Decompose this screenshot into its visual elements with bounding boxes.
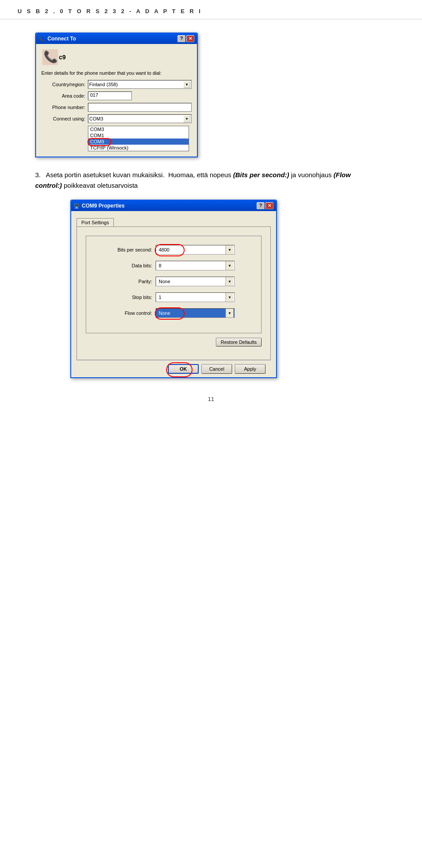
data-bits-value: 8	[157, 263, 163, 268]
tab-label: Port Settings	[81, 220, 109, 225]
parity-arrow[interactable]: ▼	[226, 277, 233, 286]
port-settings-inner: Bits per second: 4800 ▼ Data bits:	[86, 236, 262, 333]
phone-label: Phone number:	[41, 105, 85, 110]
bits-per-second-value: 4800	[157, 247, 171, 252]
country-label: Country/region:	[41, 82, 85, 87]
data-bits-select[interactable]: 8 ▼	[156, 261, 235, 270]
step-text2: Huomaa, että nopeus	[168, 171, 231, 179]
apply-button[interactable]: Apply	[235, 364, 266, 374]
area-label: Area code:	[41, 93, 85, 98]
dropdown-com1[interactable]: COM1	[88, 132, 189, 139]
com9-dialog: 🖥️ COM9 Properties ? ✕ Port Settings	[70, 200, 277, 378]
step-number: 3.	[35, 171, 41, 179]
bits-per-second-select[interactable]: 4800 ▼	[156, 245, 235, 255]
page-header: U S B 2 . 0 T O R S 2 3 2 - A D A P T E …	[0, 0, 422, 19]
stop-bits-select[interactable]: 1 ▼	[156, 292, 235, 302]
ok-label: OK	[180, 366, 187, 372]
connect-to-dialog: 📞 Connect To ? ✕ 📞 c9	[35, 33, 198, 157]
svg-text:📞: 📞	[44, 50, 58, 64]
com9-help-button[interactable]: ?	[257, 202, 265, 209]
dialog-buttons: OK Cancel Apply	[76, 360, 271, 377]
com9-close-button[interactable]: ✕	[266, 202, 273, 209]
connect-to-title: Connect To	[47, 36, 76, 42]
ok-button[interactable]: OK	[168, 364, 199, 374]
com9-titlebar: 🖥️ COM9 Properties ? ✕	[71, 201, 276, 211]
connect-using-label: Connect using:	[41, 116, 85, 121]
close-button[interactable]: ✕	[186, 35, 194, 42]
cancel-button[interactable]: Cancel	[201, 364, 232, 374]
step-text3: ja vuonohjaus	[291, 171, 332, 179]
parity-select[interactable]: None ▼	[156, 277, 235, 286]
flow-control-value: None	[157, 310, 172, 316]
phone-input[interactable]	[88, 103, 192, 112]
com9-title: COM9 Properties	[82, 203, 124, 209]
restore-defaults-button[interactable]: Restore Defaults	[216, 338, 262, 346]
country-value: Finland (358)	[89, 82, 118, 87]
area-value: 017	[90, 92, 98, 98]
header-title: U S B 2 . 0 T O R S 2 3 2 - A D A P T E …	[18, 8, 202, 15]
step-text1: Aseta portin asetukset kuvan mukaisiksi.	[46, 171, 164, 179]
dropdown-com3[interactable]: COM3	[88, 126, 189, 132]
apply-label: Apply	[244, 366, 256, 372]
page-footer: 11	[0, 396, 422, 411]
phone-icon: 📞	[41, 48, 59, 66]
data-bits-arrow[interactable]: ▼	[226, 261, 233, 270]
connect-using-value: COM3	[89, 116, 103, 121]
bits-per-second-arrow[interactable]: ▼	[226, 245, 233, 254]
stop-bits-value: 1	[157, 295, 163, 300]
data-bits-label: Data bits:	[99, 263, 152, 268]
step-3-text: 3. Aseta portin asetukset kuvan mukaisik…	[35, 170, 387, 191]
area-input[interactable]: 017	[88, 91, 132, 100]
connect-instruction: Enter details for the phone number that …	[41, 70, 192, 76]
parity-value: None	[157, 279, 172, 284]
tab-panel: Bits per second: 4800 ▼ Data bits:	[76, 226, 271, 360]
stop-bits-label: Stop bits:	[99, 295, 152, 300]
parity-label: Parity:	[99, 279, 152, 284]
flow-control-select[interactable]: None ▼	[156, 308, 235, 318]
stop-bits-arrow[interactable]: ▼	[226, 293, 233, 302]
step-bold1: (Bits per second:)	[233, 171, 289, 179]
connect-using-arrow[interactable]: ▼	[183, 115, 190, 122]
connection-name: c9	[59, 54, 66, 61]
connect-using-select[interactable]: COM3 ▼	[88, 114, 192, 123]
port-settings-tab[interactable]: Port Settings	[76, 218, 114, 226]
flow-control-arrow[interactable]: ▼	[226, 309, 233, 317]
step-text4: poikkeavat oletusarvoista	[64, 182, 138, 189]
flow-control-label: Flow control:	[99, 310, 152, 316]
connect-to-titlebar: 📞 Connect To ? ✕	[36, 33, 197, 44]
cancel-label: Cancel	[209, 366, 224, 372]
country-arrow[interactable]: ▼	[183, 81, 190, 88]
bits-per-second-label: Bits per second:	[99, 247, 152, 252]
help-button[interactable]: ?	[178, 35, 186, 42]
country-select[interactable]: Finland (358) ▼	[88, 80, 192, 89]
dropdown-com9[interactable]: COM9	[88, 139, 189, 145]
dropdown-com9-label: COM9	[90, 139, 104, 144]
dropdown-tcpip[interactable]: TCP/IP (Winsock)	[88, 145, 189, 151]
page-number: 11	[208, 396, 214, 402]
